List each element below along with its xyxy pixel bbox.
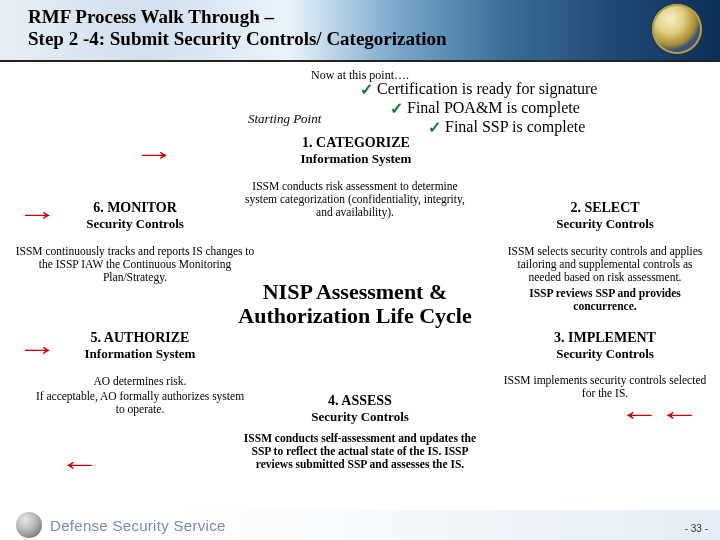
- step-4-desc: ISSM conducts self-assessment and update…: [235, 430, 485, 472]
- step-2-desc: ISSM selects security controls and appli…: [505, 243, 705, 313]
- step-1-desc: ISSM conducts risk assessment to determi…: [240, 178, 470, 220]
- step-4-assess: 4. ASSESS Security Controls: [290, 393, 430, 425]
- bullet-poam: ✓Final POA&M is complete: [390, 99, 597, 118]
- footer-bar: Defense Security Service: [0, 510, 720, 540]
- arrow-icon: ←: [618, 400, 660, 428]
- page-title: RMF Process Walk Through – Step 2 -4: Su…: [28, 6, 447, 50]
- check-icon: ✓: [360, 80, 373, 99]
- page-number: - 33 -: [685, 523, 708, 534]
- step-5-desc: AO determines risk. If acceptable, AO fo…: [30, 373, 250, 417]
- agency-seal-icon: [652, 4, 702, 54]
- status-bullets: ✓Certification is ready for signature ✓F…: [360, 80, 597, 137]
- step-3-implement: 3. IMPLEMENT Security Controls: [515, 330, 695, 362]
- step-5-authorize: 5. AUTHORIZE Information System: [60, 330, 220, 362]
- starting-point-label: Starting Point: [248, 111, 321, 127]
- arrow-icon: ←: [658, 400, 700, 428]
- bullet-certification: ✓Certification is ready for signature: [360, 80, 597, 99]
- check-icon: ✓: [390, 99, 403, 118]
- step-1-categorize: 1. CATEGORIZE Information System: [266, 135, 446, 167]
- header-bar: RMF Process Walk Through – Step 2 -4: Su…: [0, 0, 720, 62]
- step-6-desc: ISSM continuously tracks and reports IS …: [15, 243, 255, 285]
- footer-seal-icon: [16, 512, 42, 538]
- arrow-icon: →: [16, 335, 58, 363]
- title-line-1: RMF Process Walk Through –: [28, 6, 447, 28]
- cycle-title: NISP Assessment & Authorization Life Cyc…: [225, 280, 485, 328]
- bullet-ssp: ✓Final SSP is complete: [428, 118, 597, 137]
- step-3-desc: ISSM implements security controls select…: [500, 372, 710, 400]
- arrow-icon: →: [16, 200, 58, 228]
- footer-text: Defense Security Service: [50, 517, 226, 534]
- arrow-icon: ←: [58, 450, 100, 478]
- step-2-select: 2. SELECT Security Controls: [515, 200, 695, 232]
- title-line-2: Step 2 -4: Submit Security Controls/ Cat…: [28, 28, 447, 50]
- arrow-icon: →: [133, 140, 175, 168]
- step-6-monitor: 6. MONITOR Security Controls: [60, 200, 210, 232]
